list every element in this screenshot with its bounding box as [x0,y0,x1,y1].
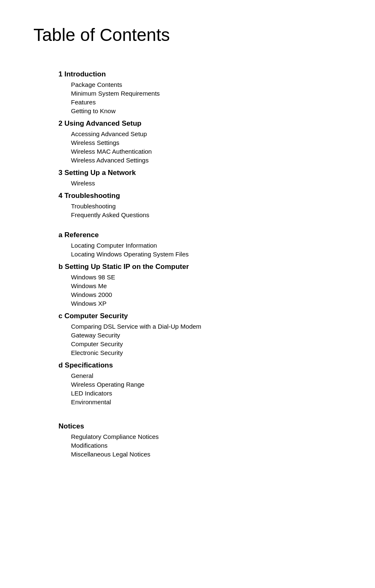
appendix-sections: a ReferenceLocating Computer Information… [58,231,342,406]
toc-item: Troubleshooting [58,202,342,210]
page-title: Table of Contents [33,25,342,45]
numbered-sections: 1 IntroductionPackage ContentsMinimum Sy… [58,70,342,219]
toc-item: Minimum System Requirements [58,89,342,98]
appendix-group-2: c Computer SecurityComparing DSL Service… [58,312,342,357]
section-header-2: 3 Setting Up a Network [58,169,342,177]
toc-item: Wireless [58,179,342,188]
notices-section: NoticesRegulatory Compliance NoticesModi… [58,422,342,459]
section-header-1: 2 Using Advanced Setup [58,119,342,128]
section-header-0: 1 Introduction [58,70,342,79]
toc-item: Windows XP [58,299,342,308]
toc-item: Wireless Settings [58,138,342,147]
toc-item: Miscellaneous Legal Notices [58,450,342,459]
toc-item: Package Contents [58,80,342,89]
section-header-3: 4 Troubleshooting [58,192,342,200]
toc-item: Wireless Advanced Settings [58,156,342,165]
toc-container: 1 IntroductionPackage ContentsMinimum Sy… [33,62,342,459]
toc-item: Accessing Advanced Setup [58,129,342,138]
toc-item: Frequently Asked Questions [58,210,342,219]
toc-item: Wireless Operating Range [58,380,342,389]
page-wrapper: Table of Contents 1 IntroductionPackage … [33,25,342,588]
appendix-header-2: c Computer Security [58,312,342,320]
notices-header: Notices [58,422,342,431]
toc-item: Windows 98 SE [58,273,342,281]
appendix-header-1: b Setting Up Static IP on the Computer [58,263,342,271]
appendix-group-3: d SpecificationsGeneralWireless Operatin… [58,361,342,406]
appendix-group-0: a ReferenceLocating Computer Information… [58,231,342,259]
toc-item: General [58,371,342,380]
toc-item: Comparing DSL Service with a Dial-Up Mod… [58,322,342,331]
section-group-3: 4 TroubleshootingTroubleshootingFrequent… [58,192,342,219]
toc-item: Gateway Security [58,331,342,340]
toc-item: Environmental [58,398,342,406]
appendix-header-3: d Specifications [58,361,342,370]
toc-item: Computer Security [58,340,342,348]
toc-item: Features [58,98,342,106]
toc-item: Getting to Know [58,106,342,115]
toc-item: Windows Me [58,281,342,290]
section-group-2: 3 Setting Up a NetworkWireless [58,169,342,188]
appendix-group-1: b Setting Up Static IP on the ComputerWi… [58,263,342,308]
toc-item: Windows 2000 [58,290,342,299]
toc-item: Wireless MAC Authentication [58,147,342,156]
toc-item: LED Indicators [58,389,342,398]
toc-item: Modifications [58,441,342,450]
section-group-1: 2 Using Advanced SetupAccessing Advanced… [58,119,342,165]
toc-item: Locating Windows Operating System Files [58,250,342,259]
appendix-header-0: a Reference [58,231,342,239]
toc-item: Locating Computer Information [58,241,342,250]
toc-item: Electronic Security [58,348,342,357]
toc-item: Regulatory Compliance Notices [58,432,342,441]
notices-group: NoticesRegulatory Compliance NoticesModi… [58,422,342,459]
section-group-0: 1 IntroductionPackage ContentsMinimum Sy… [58,70,342,115]
